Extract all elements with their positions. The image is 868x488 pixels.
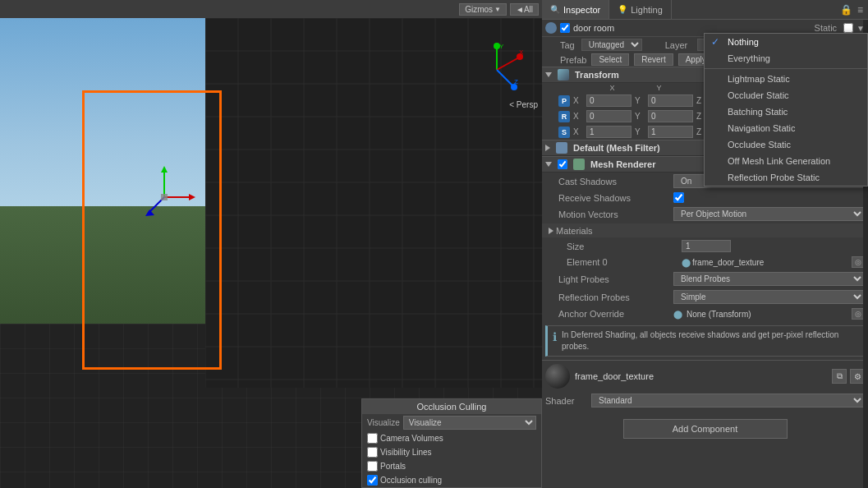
receive-shadows-label: Receive Shadows [558,193,673,203]
dropdown-item-navigation[interactable]: Navigation Static [705,120,867,136]
occludee-label: Occludee Static [728,140,791,150]
dropdown-item-occludee[interactable]: Occludee Static [705,136,867,153]
occlusion-title: Occlusion Culling [362,399,541,414]
position-y-input[interactable] [648,94,693,107]
portals-text: Portals [380,462,406,471]
size-row: Size [542,238,868,255]
everything-label: Everything [728,53,770,63]
scale-label: S [558,127,570,138]
visibility-lines-label[interactable]: Visibility Lines [367,447,432,458]
reflection-probes-dropdown[interactable]: Simple Off Blend Probes Blend Probes And… [673,290,865,304]
rotation-label: R [558,111,570,122]
axis-indicator[interactable]: Y X Z [468,41,526,99]
shader-dropdown[interactable]: Standard [591,394,865,407]
position-x-input[interactable] [586,94,631,107]
size-value [682,240,865,252]
transform-icon [558,69,569,81]
occlusion-culling-label[interactable]: Occlusion culling [367,475,442,486]
offmesh-label: Off Mesh Link Generation [728,156,830,166]
reflection-probes-value: Simple Off Blend Probes Blend Probes And… [673,290,865,304]
element0-row: Element 0 ⬤ frame_door_texture ◎ [542,255,868,270]
gizmos-button[interactable]: Gizmos ▼ [459,3,507,16]
visibility-lines-checkbox[interactable] [367,447,378,458]
nothing-label: Nothing [728,37,759,47]
svg-rect-9 [161,194,168,200]
rotation-y-input[interactable] [648,110,693,122]
motion-vectors-dropdown[interactable]: Per Object Motion Camera Motion Only For… [673,207,865,221]
gizmos-label: Gizmos [465,5,493,14]
svg-text:Y: Y [499,43,504,50]
x-label-rot: X [573,112,583,121]
tab-lighting[interactable]: 💡 Lighting [609,0,672,19]
info-text: In Deferred Shading, all objects receive… [562,329,859,352]
y-label-scl: Y [635,127,645,136]
gizmos-arrow-icon: ▼ [494,6,501,13]
dropdown-separator [705,68,867,69]
portals-checkbox[interactable] [367,461,378,472]
add-component-button[interactable]: Add Component [623,419,788,439]
dropdown-item-everything[interactable]: Everything [705,50,867,67]
tag-dropdown[interactable]: Untagged [581,39,642,51]
portals-label[interactable]: Portals [367,461,406,472]
dropdown-item-offmesh[interactable]: Off Mesh Link Generation [705,153,867,169]
occlusion-visualize-row: Visualize Visualize [362,414,541,431]
all-button[interactable]: ◄All [510,3,539,16]
anchor-override-icon: ⬤ [673,310,682,319]
object-name[interactable]: door room [573,23,811,33]
all-label: ◄All [516,5,533,14]
object-type-icon [545,22,557,34]
light-probes-value: Blend Probes Off Use Proxy Volume Custom… [673,272,865,286]
visibility-lines-row: Visibility Lines [362,445,541,459]
dropdown-item-nothing[interactable]: ✓ Nothing [705,34,867,50]
anchor-override-text: None (Transform) [684,310,850,319]
dropdown-item-lightmap[interactable]: Lightmap Static [705,71,867,87]
dropdown-item-occluder[interactable]: Occluder Static [705,87,867,104]
visualize-dropdown[interactable]: Visualize [403,416,536,430]
lock-button[interactable]: 🔒 [838,2,854,17]
object-active-checkbox[interactable] [560,23,570,33]
camera-volumes-row: Camera Volumes [362,431,541,445]
element0-text: frame_door_texture [692,258,850,267]
viewport[interactable]: Gizmos ▼ ◄All [0,0,542,488]
light-probes-dropdown[interactable]: Blend Probes Off Use Proxy Volume Custom… [673,272,865,286]
dropdown-item-batching[interactable]: Batching Static [705,104,867,120]
static-dropdown-overlay: ✓ Nothing Everything Lightmap Static Occ… [704,33,868,186]
inspector-tabs: 🔍 Inspector 💡 Lighting 🔒 ≡ [542,0,868,20]
receive-shadows-row: Receive Shadows [542,191,868,205]
scale-x-input[interactable] [586,126,631,138]
static-checkbox[interactable] [843,23,853,33]
viewport-toolbar: Gizmos ▼ ◄All [0,0,542,18]
x-header: X [590,84,635,92]
x-label-scl: X [573,127,583,136]
y-label-rot: Y [635,112,645,121]
receive-shadows-checkbox[interactable] [673,192,684,203]
portals-row: Portals [362,459,541,473]
occlusion-culling-checkbox[interactable] [367,475,378,486]
material-sphere-preview [545,364,570,389]
mesh-renderer-expand-icon [545,162,552,167]
transform-gizmo[interactable] [131,164,197,232]
camera-volumes-checkbox[interactable] [367,433,378,444]
revert-button[interactable]: Revert [634,53,673,66]
rotation-x-input[interactable] [586,110,631,122]
occlusion-culling-row: Occlusion culling [362,473,541,487]
scale-y-input[interactable] [648,126,693,138]
materials-label: Materials [556,226,671,236]
batching-label: Batching Static [728,107,788,117]
inspector-panel: 🔍 Inspector 💡 Lighting 🔒 ≡ door room Sta… [542,0,868,488]
camera-volumes-label[interactable]: Camera Volumes [367,433,443,444]
mesh-renderer-checkbox[interactable] [558,159,567,169]
size-input[interactable] [682,240,731,252]
menu-button[interactable]: ≡ [856,2,865,17]
tab-inspector[interactable]: 🔍 Inspector [542,0,609,19]
svg-marker-8 [145,209,154,216]
mesh-filter-title: Default (Mesh Filter) [573,143,660,153]
light-probes-label: Light Probes [558,274,673,284]
dropdown-item-reflection[interactable]: Reflection Probe Static [705,169,867,186]
material-header: frame_door_texture ⧉ ⚙ [545,364,865,389]
select-button[interactable]: Select [591,53,629,66]
materials-expand-icon [549,228,553,234]
material-copy-button[interactable]: ⧉ [832,369,847,384]
y-header: Y [636,84,682,92]
motion-vectors-value: Per Object Motion Camera Motion Only For… [673,207,865,221]
